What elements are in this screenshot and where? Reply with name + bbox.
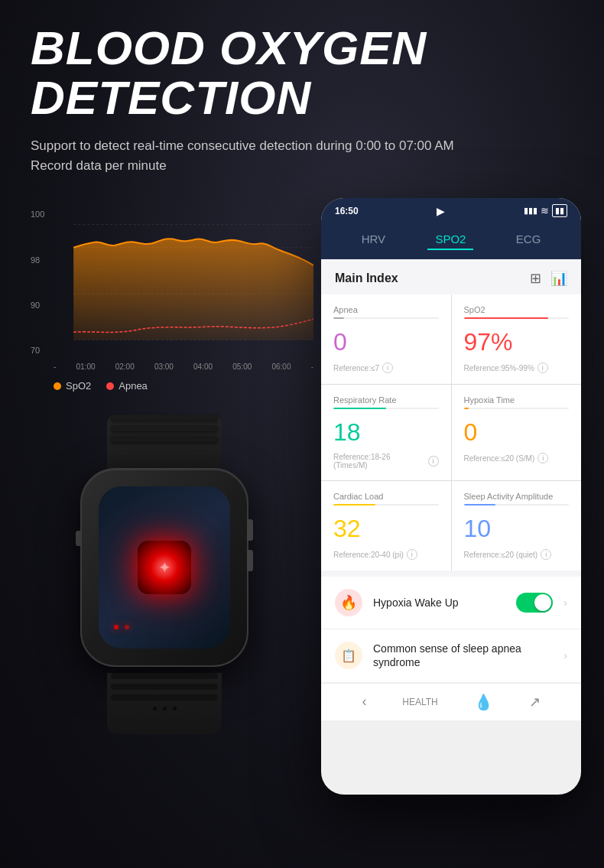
apnea-info-icon[interactable]: i [382,362,393,373]
metric-spo2: SpO2 97% Reference:95%-99% i [452,294,582,384]
x-label-04: 04:00 [193,362,213,371]
band-bottom-groove-2 [111,684,218,690]
wifi-icon: ≋ [541,205,549,216]
hole-2 [163,707,167,710]
feature-row-common-sense[interactable]: 📋 Common sense of sleep apneasyndrome › [321,629,581,682]
metric-spo2-value: 97% [464,328,570,356]
metric-sleep-value: 10 [464,515,570,543]
common-sense-icon-circle: 📋 [335,642,362,669]
metric-apnea-value: 0 [333,328,439,356]
grid-icon[interactable]: ⊞ [530,270,541,287]
respiratory-info-icon[interactable]: i [428,456,439,467]
share-icon[interactable]: ↗ [529,694,541,710]
doc-icon: 📋 [341,649,356,663]
chart-icon[interactable]: 📊 [550,270,567,287]
nav-health-label: HEALTH [402,697,437,707]
watch-screen: ✦ [99,486,230,649]
x-label-01: 01:00 [76,362,96,371]
toggle-knob [534,594,551,611]
phone-status-bar: 16:50 ▶ ▮▮▮ ≋ ▮▮ [321,198,581,223]
metric-sleep-bar [464,504,570,506]
metric-apnea-label: Apnea [333,305,439,314]
band-bottom-groove-1 [111,673,218,679]
metric-respiratory-bar [333,408,439,409]
x-label-05: 05:00 [232,362,252,371]
feature-row-hypoxia[interactable]: 🔥 Hypoxia Wake Up › [321,577,581,629]
chart-legend: SpO2 Apnea [31,380,321,392]
subtitle-line1: Support to detect real-time consecutive … [31,138,454,153]
metric-apnea-bar-fill [333,317,344,319]
metric-respiratory-value: 18 [333,418,439,447]
metric-spo2-bar [464,317,570,319]
hypoxia-feature-label: Hypoxia Wake Up [373,596,505,610]
hypoxia-toggle[interactable] [516,593,553,613]
metric-respiratory-bar-fill [333,408,386,409]
sleep-info-icon[interactable]: i [541,549,551,560]
status-icons: ▮▮▮ ≋ ▮▮ [524,204,567,217]
metric-spo2-bar-fill [464,317,548,319]
sensor-dot-2 [125,625,129,629]
water-drop-icon[interactable]: 💧 [474,693,493,711]
metric-cardiac-bar-fill [333,504,375,506]
tab-hrv[interactable]: HRV [354,229,393,250]
tab-spo2[interactable]: SPO2 [427,229,473,250]
x-label-dash2: - [311,362,313,371]
metric-hypoxia-label: Hypoxia Time [464,395,570,405]
flame-icon: 🔥 [340,594,357,611]
watch-button-top [247,519,253,541]
band-bottom-groove-3 [111,694,218,701]
band-groove-1 [111,414,218,421]
subtitle: Support to detect real-time consecutive … [31,136,573,175]
metric-sleep-ref: Reference:≤20 (quiet) i [464,549,570,560]
section-title: Main Index [335,271,398,285]
legend-dot-spo2 [54,382,61,390]
phone-body: Main Index ⊞ 📊 Apnea 0 Reference:≤7 [321,259,581,720]
metric-cardiac: Cardiac Load 32 Reference:20-40 (pi) i [321,481,451,571]
sensor-star: ✦ [158,558,171,577]
metric-apnea-bar [333,317,439,319]
legend-label-spo2: SpO2 [66,380,91,392]
phone-tabs[interactable]: HRV SPO2 ECG [321,223,581,259]
metric-respiratory: Respiratory Rate 18 Reference:18-26 (Tim… [321,385,451,480]
metric-apnea-ref: Reference:≤7 i [333,362,439,373]
content-wrapper: BLOOD OXYGEN DETECTION Support to detect… [0,0,604,795]
metric-sleep-label: Sleep Activity Amplitude [464,492,570,501]
watch-left-button [76,531,82,546]
chart-area: 100 98 90 70 [31,198,321,682]
common-sense-label: Common sense of sleep apneasyndrome [373,642,553,669]
watch-button-bottom [247,550,253,571]
x-label-06: 06:00 [271,362,291,371]
metrics-grid: Apnea 0 Reference:≤7 i SpO2 97% [321,294,581,571]
back-icon[interactable]: ‹ [362,694,366,710]
band-groove-2 [111,425,218,431]
hypoxia-icon-circle: 🔥 [335,589,362,616]
sensor-dot-1 [114,625,119,629]
cardiac-info-icon[interactable]: i [407,549,417,560]
battery-icon: ▮▮ [552,204,567,217]
metric-sleep-bar-fill [464,504,495,506]
section-header: Main Index ⊞ 📊 [321,259,581,294]
sensor-dots [114,625,129,629]
watch-band-bottom [107,673,222,734]
x-label-03: 03:00 [154,362,174,371]
x-label-dash1: - [54,362,56,371]
lower-section: 100 98 90 70 [31,198,573,795]
metric-spo2-ref: Reference:95%-99% i [464,362,570,373]
spo2-info-icon[interactable]: i [537,362,548,373]
metric-respiratory-label: Respiratory Rate [333,395,439,405]
hypoxia-info-icon[interactable]: i [537,453,548,463]
legend-dot-apnea [106,382,114,390]
metric-sleep-activity: Sleep Activity Amplitude 10 Reference:≤2… [452,481,582,571]
signal-icon: ▮▮▮ [524,206,537,216]
metric-hypoxia: Hypoxia Time 0 Reference:≤20 (S/M) i [452,385,582,480]
location-icon: ▶ [437,205,445,217]
y-label-70: 70 [31,346,44,355]
legend-label-apnea: Apnea [119,380,148,392]
metric-hypoxia-ref: Reference:≤20 (S/M) i [464,453,570,463]
tab-ecg[interactable]: ECG [508,229,549,250]
chevron-right-hypoxia: › [563,597,567,609]
metric-spo2-label: SpO2 [464,305,570,314]
chart-container: 100 98 90 70 [31,206,321,359]
metric-hypoxia-bar [464,408,570,409]
metric-hypoxia-value: 0 [464,418,570,447]
